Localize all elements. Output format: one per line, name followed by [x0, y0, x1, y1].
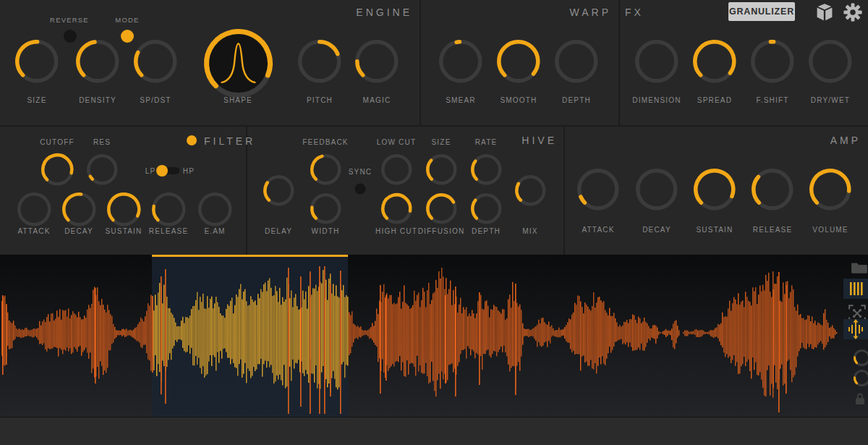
- folder-icon[interactable]: [851, 261, 868, 277]
- settings-gear-icon[interactable]: [843, 2, 863, 25]
- divider: [618, 0, 620, 125]
- fx-section-title: FX: [625, 7, 644, 18]
- waveform-canvas[interactable]: [0, 255, 868, 417]
- amp-section-title: AMP: [830, 135, 861, 146]
- engine-section-title: ENGINE: [356, 7, 412, 18]
- divider: [420, 0, 421, 125]
- sync-label: SYNC: [349, 168, 373, 176]
- lp-hp-toggle-thumb[interactable]: [156, 165, 168, 177]
- waveform-display[interactable]: [0, 255, 868, 417]
- hp-label: HP: [183, 167, 195, 175]
- divider: [563, 127, 565, 255]
- mode-toggle-label: MODE: [115, 16, 139, 24]
- divider: [0, 125, 868, 127]
- lp-label: LP: [145, 167, 156, 175]
- wave-stretch-tool[interactable]: [843, 319, 868, 339]
- footer-bar: Mix: 32.5% Lost In Space Reverse Loop Qu…: [0, 417, 868, 445]
- reverse-toggle-label: REVERSE: [50, 16, 89, 24]
- granulizer-tab-button[interactable]: GRANULIZER: [728, 2, 795, 21]
- preset-box-icon[interactable]: [813, 3, 836, 25]
- warp-section-title: WARP: [570, 7, 611, 18]
- sync-indicator-dot[interactable]: [355, 184, 366, 195]
- lp-hp-toggle[interactable]: [158, 167, 179, 174]
- lock-icon[interactable]: [854, 392, 867, 408]
- filter-section-title: FILTER: [204, 135, 255, 147]
- filter-enable-dot[interactable]: [187, 135, 197, 145]
- grain-lines-tool[interactable]: [843, 279, 868, 299]
- granulizer-plugin-window: ENGINE REVERSE MODE SIZE DENSITY SP/DST …: [0, 0, 868, 445]
